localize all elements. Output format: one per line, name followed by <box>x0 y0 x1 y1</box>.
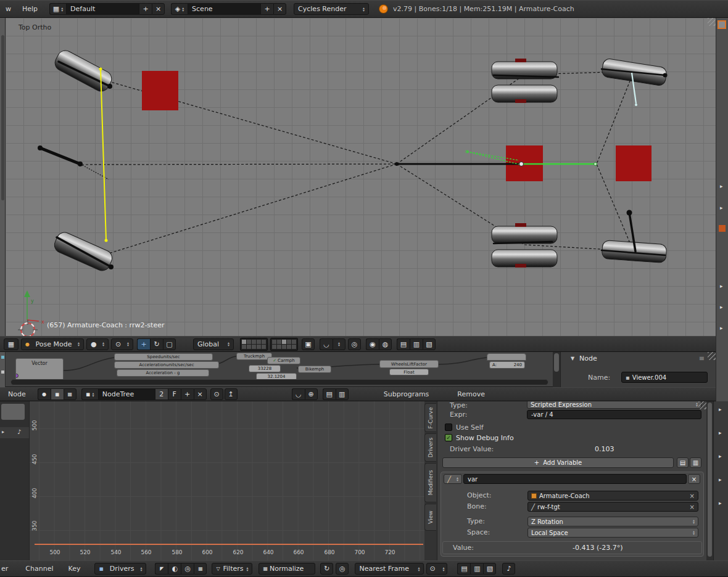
mute-channel-button[interactable]: ♪ <box>502 563 515 575</box>
menu-channel[interactable]: Channel <box>20 565 59 573</box>
tab-drivers[interactable]: Drivers <box>424 433 436 462</box>
layout-add-button[interactable]: + <box>139 3 152 15</box>
node-acceleration[interactable]: Accelerationunits/sec/sec <box>114 361 219 369</box>
close-icon[interactable]: × <box>690 504 695 510</box>
layout-name-field[interactable]: Default <box>66 3 139 15</box>
channel-mute-icon[interactable]: ♪ <box>17 428 21 435</box>
collapse-arrow-icon[interactable]: ▸ <box>719 500 722 506</box>
transform-orientation-select[interactable]: Global ▴▾ <box>193 338 234 350</box>
space-select[interactable]: Local Space ▴▾ <box>527 528 698 538</box>
viewport-3d[interactable]: y x Top Ortho (657) Armature-Coach : rrw… <box>6 18 716 336</box>
collapse-arrow-icon[interactable]: ▸ <box>719 406 722 412</box>
manipulator-translate-button[interactable]: + <box>137 338 150 350</box>
object-field[interactable]: Armature-Coach × <box>527 491 698 501</box>
copy-drivers-button[interactable]: ▤ <box>677 457 689 468</box>
normalize-toggle[interactable]: ▦ Normalize <box>259 563 315 575</box>
toolshelf-scrollbar[interactable] <box>0 18 6 336</box>
region-corner-widget[interactable] <box>698 401 706 409</box>
snap-magnet-button[interactable]: ◡ <box>320 338 333 350</box>
texture-nodes-button[interactable]: ▦ <box>64 388 77 400</box>
graph-mode-select[interactable]: ▪ Drivers ▴▾ <box>94 563 146 575</box>
subprograms-menu[interactable]: Subprograms <box>378 390 435 398</box>
driver-curve-line[interactable] <box>35 544 423 545</box>
collapse-arrow-icon[interactable]: ▸ <box>719 453 722 459</box>
manipulator-scale-button[interactable]: ▢ <box>163 338 176 350</box>
editor-type-selector[interactable]: ▦ <box>4 338 19 350</box>
node-name-field[interactable]: ▪ Viewer.004 <box>621 372 708 383</box>
collapse-arrow-icon[interactable]: ▸ <box>720 183 723 189</box>
region-corner-widget[interactable] <box>708 352 716 360</box>
cursor-tool-button[interactable]: ◤ <box>155 563 168 575</box>
var-channel-select[interactable]: Z Rotation ▴▾ <box>527 517 698 526</box>
show-sliders-button[interactable]: ▦ <box>194 563 207 575</box>
node-carmph[interactable]: ✓ Carmph <box>267 357 300 364</box>
render-engine-select[interactable]: Cycles Render ▴▾ <box>294 3 369 15</box>
node-snap-target-button[interactable]: ⊕ <box>305 388 318 400</box>
bone-field[interactable]: ╱ rw-f-tgt × <box>527 502 698 512</box>
node-value-field-1[interactable]: 33228 <box>249 365 281 372</box>
node-snap-button[interactable]: ◡ <box>292 388 305 400</box>
mode-select[interactable]: ● Pose Mode ▴▾ <box>21 338 84 350</box>
tree-name-field[interactable]: NodeTree <box>98 388 155 400</box>
pivot-select[interactable]: ⊙ ▴▾ <box>426 563 447 575</box>
ghost-curves-button[interactable]: ◐ <box>168 563 181 575</box>
layout-browse-button[interactable]: ▦ ▴▾ <box>49 3 66 15</box>
auto-snap-select[interactable]: Nearest Frame ▴▾ <box>355 563 424 575</box>
var-type-icon-select[interactable]: ╱ ▴▾ <box>444 474 462 484</box>
paste-drivers-button[interactable]: ▥ <box>690 457 701 468</box>
channel-expand-icon[interactable]: ▸ <box>2 429 4 435</box>
node-speed[interactable]: Speedunits/sec <box>114 353 213 361</box>
var-name-field[interactable]: var <box>463 474 687 484</box>
menu-key[interactable]: Key <box>62 565 86 573</box>
opengl-render-button[interactable]: ◉ <box>366 338 379 350</box>
collapse-arrow-icon[interactable]: ▸ <box>720 325 723 331</box>
tree-browse-button[interactable]: ▪ ▴▾ <box>81 388 98 400</box>
node-hscrollbar[interactable] <box>10 379 548 385</box>
var-delete-button[interactable]: × <box>688 474 700 484</box>
compositing-nodes-button[interactable]: ▪ <box>51 388 64 400</box>
proportional-edit-button[interactable]: ◎ <box>336 563 349 575</box>
menu-node[interactable]: Node <box>2 390 31 398</box>
panel-vscrollbar[interactable] <box>706 401 713 560</box>
driver-type-select[interactable]: Scripted Expression ▴▾ <box>527 401 701 409</box>
pin-button[interactable]: ⊙ <box>210 388 223 400</box>
orange-tab-icon[interactable] <box>719 225 726 232</box>
collapse-arrow-icon[interactable]: ▸ <box>719 430 722 436</box>
scene-delete-button[interactable]: × <box>273 3 286 15</box>
shader-nodes-button[interactable]: ● <box>38 388 51 400</box>
copy-keyframes-button[interactable]: ▤ <box>457 563 470 575</box>
viewport-shading-select[interactable]: ● ▴▾ <box>86 338 109 350</box>
remove-menu[interactable]: Remove <box>452 390 490 398</box>
paste-flipped-button[interactable]: ▧ <box>483 563 496 575</box>
tab-view[interactable]: View <box>424 504 436 531</box>
node-partial[interactable] <box>487 353 526 361</box>
scene-browse-button[interactable]: ◈ ▴▾ <box>171 3 188 15</box>
node-float[interactable]: Float <box>389 369 429 375</box>
node-vscrollbar[interactable] <box>553 352 560 387</box>
expr-field[interactable]: -var / 4 <box>527 410 701 419</box>
tree-add-button[interactable]: + <box>181 388 194 400</box>
show-debug-checkbox[interactable]: ✓ <box>445 434 452 441</box>
manipulator-rotate-button[interactable]: ↻ <box>150 338 163 350</box>
node-acceleration-g[interactable]: Acceleration - g <box>117 369 209 377</box>
lock-to-scene-button[interactable]: ▣ <box>302 338 315 350</box>
auto-normalize-refresh-button[interactable]: ↻ <box>320 563 333 575</box>
panel-menu-icon[interactable]: ≡ <box>699 354 705 362</box>
pivot-point-select[interactable]: ⊙ ▴▾ <box>111 338 133 350</box>
fake-user-button[interactable]: F <box>168 388 181 400</box>
collapse-arrow-icon[interactable]: ▸ <box>720 283 723 289</box>
scene-add-button[interactable]: + <box>260 3 273 15</box>
add-variable-button[interactable]: + Add Variable <box>442 457 674 468</box>
opengl-render-anim-button[interactable]: ◍ <box>379 338 392 350</box>
channel-region[interactable]: ▸ ♪ <box>0 401 30 560</box>
tree-delete-button[interactable]: × <box>194 388 207 400</box>
selected-bone-yellow[interactable] <box>99 68 108 242</box>
region-corner-widget[interactable] <box>708 18 716 26</box>
collapse-arrow-icon[interactable]: ▸ <box>720 205 723 211</box>
node-copy-button[interactable]: ▤ <box>323 388 336 400</box>
close-icon[interactable]: × <box>690 493 695 499</box>
use-self-checkbox[interactable] <box>445 424 452 431</box>
layers-grid-1[interactable] <box>240 338 268 351</box>
show-handles-button[interactable]: ◎ <box>181 563 194 575</box>
node-canvas[interactable]: Vector Speedunits/sec Accelerationunits/… <box>6 352 553 387</box>
